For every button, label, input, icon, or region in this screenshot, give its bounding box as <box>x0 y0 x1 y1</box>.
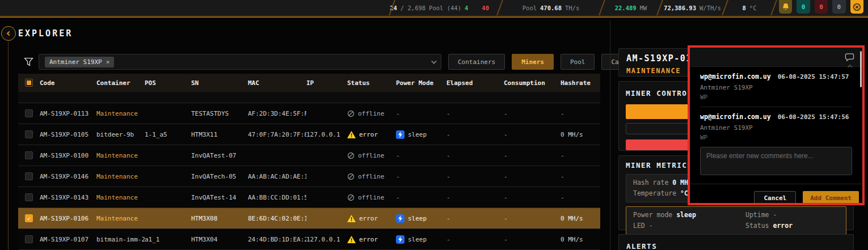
comment-timestamp: 06-08-2025 15:47:56 <box>778 113 849 121</box>
cell-consumption: - <box>504 194 561 201</box>
cell-consumption: - <box>504 152 561 159</box>
view-button-pool[interactable]: Pool <box>561 54 595 70</box>
cell-code: AM-S19XP-0105 <box>40 131 96 138</box>
power-mode-label: Power mode <box>633 211 672 219</box>
column-header-sn: SN <box>191 79 248 87</box>
cell-elapsed: - <box>446 173 504 180</box>
comment-actions: Cancel Add Comment <box>700 191 859 205</box>
row-checkbox[interactable] <box>25 214 33 222</box>
status-value: error <box>773 222 793 230</box>
temperature-unit: °C <box>749 5 757 11</box>
panel-divider <box>610 20 610 250</box>
error-warning-icon <box>347 131 356 138</box>
table-header-row: CodeContainerPOSSNMACIPStatusPower ModeE… <box>18 74 600 92</box>
led-line: LED - <box>633 221 745 231</box>
temperature-value: °C <box>680 189 688 197</box>
power-consumption: 22.489 MW <box>602 0 659 15</box>
row-checkbox[interactable] <box>25 235 33 243</box>
sleep-mode-icon <box>396 130 404 139</box>
miners-summary: 24 / 2,698 Pool (44) 4 40 <box>393 0 499 15</box>
filter-chip-label: Antminer S19XP <box>49 58 102 66</box>
row-checkbox[interactable] <box>25 172 33 180</box>
gray-counter-badge[interactable]: 0 <box>832 0 845 14</box>
cell-container: Maintenance <box>96 152 145 159</box>
row-checkbox[interactable] <box>25 130 33 138</box>
table-row[interactable]: AM-S19XP-0113MaintenanceTESTASTDYSAF:2D:… <box>18 103 600 124</box>
table-row[interactable]: AM-S19XP-0146MaintenanceInvQATech-05AA:A… <box>18 166 600 187</box>
miners-table: CodeContainerPOSSNMACIPStatusPower ModeE… <box>18 74 600 250</box>
cell-consumption: - <box>504 131 561 138</box>
cell-elapsed: - <box>446 194 504 201</box>
temperature-value: 8 <box>743 5 746 11</box>
cell-elapsed: - <box>446 110 504 117</box>
sleep-mode-icon <box>396 214 404 223</box>
cell-consumption: - <box>504 236 561 243</box>
cell-consumption: - <box>504 110 561 117</box>
collapse-panel-button[interactable] <box>1 26 16 41</box>
column-header-status: Status <box>347 79 396 87</box>
hash-rate-label: Hash rate <box>633 179 668 187</box>
select-all-checkbox[interactable] <box>25 79 33 87</box>
power-mode-value: sleep <box>676 211 696 219</box>
view-button-miners[interactable]: Miners <box>512 54 554 70</box>
column-header-consumption: Consumption <box>504 79 561 87</box>
cell-sn: HTM3X04 <box>191 236 248 243</box>
teal-counter-badge[interactable]: 0 <box>797 0 810 14</box>
cell-sn: HTM3X08 <box>191 215 248 222</box>
sleep-mode-icon <box>396 235 404 244</box>
offline-icon <box>347 152 355 159</box>
miners-alert-count: 40 <box>482 5 489 11</box>
column-header-elapsed: Elapsed <box>446 79 504 87</box>
power-mode-line: Power mode sleep <box>633 210 745 221</box>
row-checkbox[interactable] <box>25 193 33 201</box>
dismiss-button[interactable] <box>850 0 863 14</box>
table-row[interactable]: AM-S19XP-0105bitdeer-9b1-1_a5HTM3X1147:0… <box>18 124 600 145</box>
row-checkbox[interactable] <box>25 151 33 159</box>
offline-icon <box>347 110 355 117</box>
uptime-value: - <box>773 211 777 219</box>
new-comment-input[interactable] <box>700 147 852 175</box>
comment-bubble-icon[interactable] <box>845 53 854 62</box>
alerts-title: ALERTS <box>626 242 846 250</box>
power-mode-text: sleep <box>408 215 427 222</box>
comment-author: wp@microfin.com.uy <box>700 73 771 80</box>
panel-left-border <box>8 42 9 250</box>
cell-hashrate: - <box>561 152 600 159</box>
row-checkbox[interactable] <box>25 109 33 117</box>
comment-header: wp@microfin.com.uy 06-08-2025 15:47:56 <box>700 113 852 121</box>
status-text: offline <box>358 152 384 159</box>
status-text: offline <box>358 110 384 117</box>
filter-chip[interactable]: Antminer S19XP × <box>45 57 114 67</box>
notifications-button[interactable] <box>779 0 792 14</box>
cell-sn: TESTASTDYS <box>191 110 248 117</box>
table-row[interactable]: AM-S19XP-0143MaintenanceInvQATest-14AA:B… <box>18 187 600 208</box>
column-header-power-mode: Power Mode <box>396 79 446 87</box>
view-button-containers[interactable]: Containers <box>448 54 505 70</box>
cell-code: AM-S19XP-0143 <box>40 194 96 201</box>
status-text: offline <box>358 194 384 201</box>
cell-mac: 24:4D:BD:1D:EA:21 <box>248 236 306 243</box>
table-row[interactable]: AM-S19XP-0100MaintenanceInvQATest-07offl… <box>18 145 600 166</box>
add-comment-button[interactable]: Add Comment <box>803 191 859 205</box>
comments-body: wp@microfin.com.uy 06-08-2025 15:47:57 A… <box>690 67 862 205</box>
cell-elapsed: - <box>446 215 504 222</box>
table-row[interactable]: AM-S19XP-0107bitmain-imm-2a1_1HTM3X0424:… <box>18 229 600 250</box>
cell-mac: 8E:6D:4C:02:0E:14 <box>248 215 306 222</box>
red-counter-badge[interactable]: 0 <box>815 0 828 14</box>
chevron-down-icon[interactable] <box>431 58 437 64</box>
cell-container: bitmain-imm-2 <box>96 236 145 243</box>
filter-input[interactable]: Antminer S19XP × <box>39 54 441 70</box>
cell-mac: AF:2D:3D:4E:5F:FD <box>248 110 306 117</box>
table-row[interactable]: AM-S19XP-0106MaintenanceHTM3X088E:6D:4C:… <box>18 208 600 229</box>
cell-mac: AA:BB:CC:DD:01:5F <box>248 194 306 201</box>
cancel-button[interactable]: Cancel <box>754 191 796 205</box>
scrollbar-thumb[interactable] <box>860 51 862 87</box>
column-header-code: Code <box>40 79 96 87</box>
cell-container: Maintenance <box>96 110 145 117</box>
chip-remove-icon[interactable]: × <box>106 58 110 66</box>
cell-container: bitdeer-9b <box>96 131 145 138</box>
comment-header: wp@microfin.com.uy 06-08-2025 15:47:57 <box>700 73 852 80</box>
pool-hashrate-label: Pool <box>523 5 537 11</box>
comments-header-strip <box>690 48 862 67</box>
cell-elapsed: - <box>446 131 504 138</box>
